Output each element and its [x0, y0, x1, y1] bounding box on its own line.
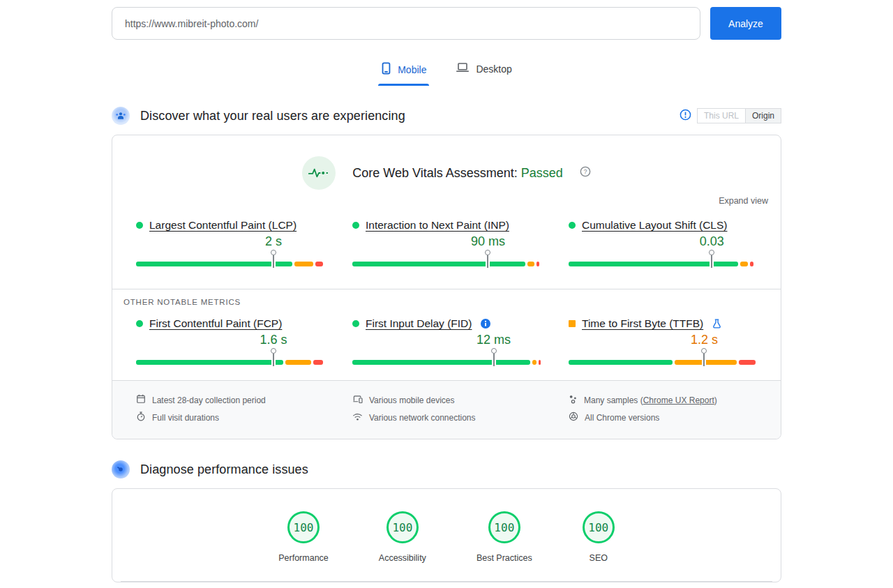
metrics-divider — [112, 289, 781, 289]
active-tab-underline — [378, 84, 429, 86]
lcp-value: 2 s — [265, 234, 282, 249]
fid-status-dot — [352, 320, 359, 327]
url-origin-toggle: This URL Origin — [697, 108, 781, 123]
tab-mobile[interactable]: Mobile — [378, 61, 429, 86]
lcp-status-dot — [136, 222, 143, 229]
lcp-link[interactable]: Largest Contentful Paint (LCP) — [149, 219, 297, 232]
network-icon — [352, 412, 363, 424]
visit-durations-item: Full visit durations — [136, 412, 324, 424]
desktop-laptop-icon — [456, 62, 470, 75]
svg-text:?: ? — [583, 168, 587, 175]
metric-lcp: Largest Contentful Paint (LCP) 2 s — [136, 219, 324, 268]
cwv-assessment-title: Core Web Vitals Assessment: Passed — [352, 166, 563, 181]
metric-ttfb: Time to First Byte (TTFB) 1.2 s — [569, 317, 757, 366]
field-data-header: Discover what your real users are experi… — [112, 107, 781, 125]
cls-status-dot — [569, 222, 576, 229]
score-accessibility[interactable]: 100 Accessibility — [379, 511, 426, 563]
help-icon[interactable]: ? — [580, 166, 591, 180]
cls-link[interactable]: Cumulative Layout Shift (CLS) — [582, 219, 727, 232]
diagnose-header: Diagnose performance issues — [112, 460, 781, 478]
samples-icon — [569, 394, 578, 407]
field-data-card: Core Web Vitals Assessment: Passed ? Exp… — [112, 135, 781, 439]
toggle-this-url[interactable]: This URL — [697, 108, 745, 123]
metric-fcp: First Contentful Paint (FCP) 1.6 s — [136, 317, 324, 366]
inp-value: 90 ms — [471, 234, 505, 249]
performance-gauge: 100 — [287, 511, 320, 543]
inp-status-dot — [352, 222, 359, 229]
tab-desktop-label: Desktop — [476, 63, 511, 75]
lab-card-divider — [121, 581, 772, 582]
fid-distribution-bar — [352, 360, 541, 365]
many-samples-item: Many samples (Chrome UX Report) — [569, 394, 757, 407]
expand-view-link[interactable]: Expand view — [719, 196, 768, 206]
calendar-icon — [136, 394, 146, 407]
cls-value: 0.03 — [700, 234, 724, 249]
real-users-icon — [112, 107, 130, 125]
cwv-metrics-grid: Largest Contentful Paint (LCP) 2 s Inter… — [112, 219, 781, 268]
cwv-assessment-header: Core Web Vitals Assessment: Passed ? — [112, 135, 781, 190]
tab-mobile-label: Mobile — [398, 64, 426, 75]
ttfb-distribution-bar — [569, 360, 757, 365]
best-practices-gauge: 100 — [488, 511, 520, 543]
cwv-assessment-result: Passed — [521, 166, 563, 180]
ttfb-value: 1.2 s — [691, 333, 718, 347]
inp-link[interactable]: Interaction to Next Paint (INP) — [366, 219, 509, 232]
chrome-versions-item: All Chrome versions — [569, 412, 757, 424]
fid-value: 12 ms — [476, 333, 511, 347]
score-best-practices[interactable]: 100 Best Practices — [476, 511, 532, 563]
experimental-flask-icon[interactable] — [712, 319, 721, 329]
field-section-title: Discover what your real users are experi… — [140, 109, 405, 123]
cls-distribution-bar — [569, 262, 757, 266]
fid-link[interactable]: First Input Delay (FID) — [366, 317, 472, 330]
other-metrics-grid: First Contentful Paint (FCP) 1.6 s First… — [112, 317, 781, 366]
device-tabs: Mobile Desktop — [112, 61, 781, 86]
chrome-icon — [569, 412, 578, 424]
fcp-distribution-bar — [136, 360, 324, 365]
ttfb-status-square — [569, 320, 576, 327]
tab-desktop[interactable]: Desktop — [453, 61, 514, 86]
metric-inp: Interaction to Next Paint (INP) 90 ms — [352, 219, 541, 268]
ttfb-link[interactable]: Time to First Byte (TTFB) — [582, 317, 703, 330]
score-seo[interactable]: 100 SEO — [583, 511, 615, 563]
fid-info-icon[interactable] — [481, 319, 490, 329]
accessibility-gauge: 100 — [387, 511, 419, 543]
collection-period-item: Latest 28-day collection period — [136, 394, 324, 407]
fcp-value: 1.6 s — [260, 333, 287, 347]
inp-distribution-bar — [352, 262, 541, 266]
info-icon[interactable] — [680, 109, 691, 123]
stopwatch-icon — [136, 412, 146, 424]
mobile-phone-icon — [381, 62, 391, 77]
pulse-icon — [302, 156, 336, 190]
chrome-ux-report-link[interactable]: Chrome UX Report — [643, 395, 714, 405]
analyze-button[interactable]: Analyze — [710, 7, 781, 40]
diagnose-section-title: Diagnose performance issues — [140, 462, 308, 477]
fcp-link[interactable]: First Contentful Paint (FCP) — [149, 317, 282, 330]
seo-gauge: 100 — [583, 511, 615, 543]
network-connections-item: Various network connections — [352, 412, 541, 424]
gauge-icon — [112, 460, 130, 478]
other-metrics-label: OTHER NOTABLE METRICS — [123, 298, 781, 306]
toggle-origin[interactable]: Origin — [745, 108, 781, 123]
url-bar: Analyze — [112, 7, 781, 40]
score-performance[interactable]: 100 Performance — [278, 511, 329, 563]
collection-info-footer: Latest 28-day collection period Full vis… — [112, 380, 781, 439]
scores-row: 100 Performance 100 Accessibility 100 Be… — [112, 489, 781, 563]
fcp-status-dot — [136, 320, 143, 327]
metric-fid: First Input Delay (FID) 12 ms — [352, 317, 541, 366]
metric-cls: Cumulative Layout Shift (CLS) 0.03 — [569, 219, 757, 268]
devices-icon — [352, 394, 363, 407]
lcp-distribution-bar — [136, 262, 324, 266]
url-input[interactable] — [112, 7, 700, 40]
mobile-devices-item: Various mobile devices — [352, 394, 541, 407]
lighthouse-scores-card: 100 Performance 100 Accessibility 100 Be… — [112, 488, 781, 582]
